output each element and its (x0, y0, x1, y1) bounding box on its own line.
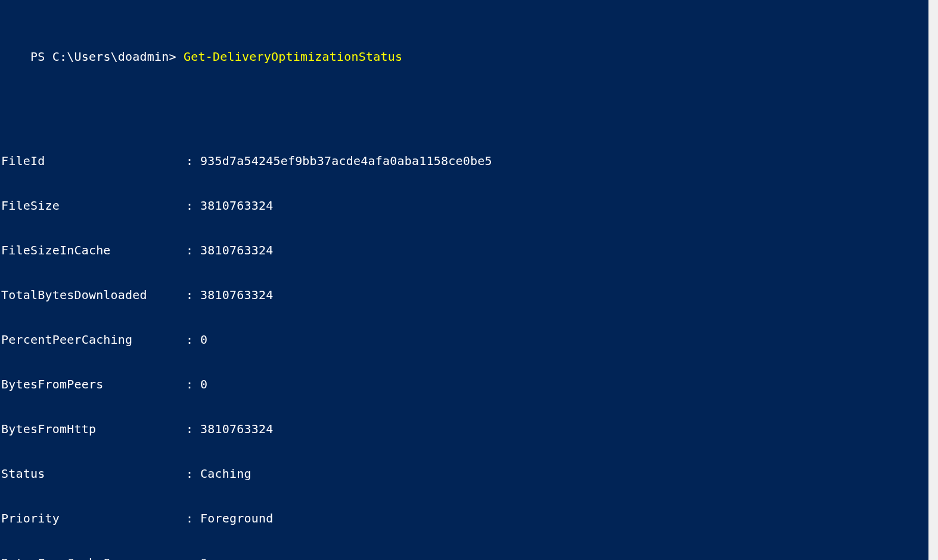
colon: : (186, 243, 200, 258)
value: 3810763324 (200, 422, 273, 437)
output-row-bytesfrompeers: BytesFromPeers: 0 (1, 377, 937, 392)
colon: : (186, 556, 200, 560)
colon: : (186, 377, 200, 392)
value: 3810763324 (200, 243, 273, 258)
key: FileSize (1, 198, 186, 213)
output-row-priority: Priority: Foreground (1, 511, 937, 526)
colon: : (186, 511, 200, 526)
key: BytesFromCacheServer (1, 556, 186, 560)
value: Foreground (200, 511, 273, 526)
output-row-percentpeercaching: PercentPeerCaching: 0 (1, 332, 937, 347)
key: Priority (1, 511, 186, 526)
prompt-line: PS C:\Users\doadmin> Get-DeliveryOptimiz… (1, 35, 937, 79)
prompt-prefix: PS C:\Users\doadmin> (30, 49, 184, 64)
output-row-filesizeincache: FileSizeInCache: 3810763324 (1, 243, 937, 258)
value: 0 (200, 332, 207, 347)
output-row-bytesfromhttp: BytesFromHttp: 3810763324 (1, 422, 937, 437)
vertical-scrollbar[interactable] (928, 0, 938, 560)
output-row-status: Status: Caching (1, 466, 937, 481)
value: 0 (200, 556, 207, 560)
colon: : (186, 422, 200, 437)
key: PercentPeerCaching (1, 332, 186, 347)
colon: : (186, 154, 200, 169)
value: 935d7a54245ef9bb37acde4afa0aba1158ce0be5 (200, 154, 492, 169)
colon: : (186, 466, 200, 481)
value: Caching (200, 466, 251, 481)
colon: : (186, 198, 200, 213)
key: TotalBytesDownloaded (1, 288, 186, 303)
colon: : (186, 288, 200, 303)
value: 3810763324 (200, 288, 273, 303)
key: FileSizeInCache (1, 243, 186, 258)
key: BytesFromHttp (1, 422, 186, 437)
colon: : (186, 332, 200, 347)
key: FileId (1, 154, 186, 169)
powershell-terminal[interactable]: PS C:\Users\doadmin> Get-DeliveryOptimiz… (1, 5, 937, 560)
key: BytesFromPeers (1, 377, 186, 392)
value: 0 (200, 377, 207, 392)
output-row-filesize: FileSize: 3810763324 (1, 198, 937, 213)
value: 3810763324 (200, 198, 273, 213)
output-row-totalbytesdownloaded: TotalBytesDownloaded: 3810763324 (1, 288, 937, 303)
output-row-fileid: FileId: 935d7a54245ef9bb37acde4afa0aba11… (1, 154, 937, 169)
prompt-command: Get-DeliveryOptimizationStatus (184, 49, 402, 64)
key: Status (1, 466, 186, 481)
output-row-bytesfromcacheserver: BytesFromCacheServer: 0 (1, 556, 937, 560)
